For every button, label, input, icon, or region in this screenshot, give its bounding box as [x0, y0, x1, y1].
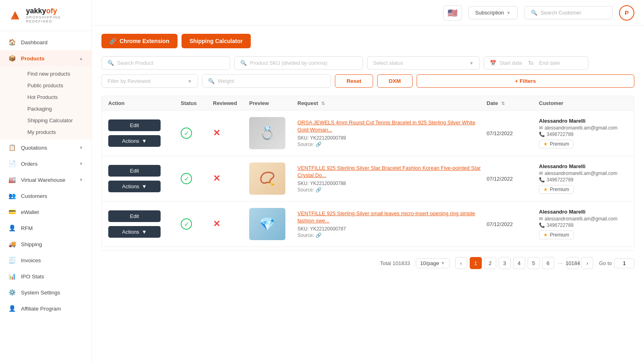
products-submenu: Find new products Public products Hot Pr…	[0, 66, 91, 140]
sidebar-item-affiliate[interactable]: 👤 Affiliate Program	[0, 300, 91, 317]
page-1-button[interactable]: 1	[470, 257, 482, 269]
page-2-button[interactable]: 2	[484, 257, 496, 269]
sidebar-item-public-products[interactable]: Public products	[21, 80, 91, 91]
reviewed-cell: ✕	[213, 128, 249, 138]
subscription-button[interactable]: Subscription ▼	[469, 6, 518, 19]
actions-button[interactable]: Actions ▼	[108, 135, 161, 147]
products-icon: 📦	[8, 54, 16, 62]
sidebar-item-label: eWallet	[21, 209, 39, 215]
weight-search-box[interactable]: 🔍	[202, 74, 331, 88]
sidebar-item-label: Virtual Warehouse	[21, 177, 65, 183]
affiliate-icon: 👤	[8, 304, 16, 313]
page-size-select[interactable]: 10/page ▼	[416, 258, 450, 268]
email-icon: ✉	[539, 171, 543, 176]
customer-email: ✉ alessandromarelli.am@gmail.com	[539, 216, 627, 222]
product-preview: 💎	[249, 208, 285, 240]
reviewed-cell: ✕	[213, 219, 249, 229]
filters-button[interactable]: + Filters	[417, 74, 634, 88]
sidebar-item-dashboard[interactable]: 🏠 Dashboard	[0, 34, 91, 50]
sku-input[interactable]	[250, 60, 357, 66]
logo-tagline: DROPSHIPPING REDEFINED	[26, 15, 83, 23]
search-product-box[interactable]: 🔍	[101, 56, 230, 70]
status-check-icon: ✓	[181, 173, 192, 184]
reviewed-filter[interactable]: Filter by Reviewed ▼	[101, 74, 198, 88]
col-request: Request ⇅	[297, 100, 487, 106]
filter-row-2: Filter by Reviewed ▼ 🔍 Reset DXM + Filte…	[101, 74, 634, 88]
sku-search-box[interactable]: 🔍	[234, 56, 363, 70]
sidebar-item-customers[interactable]: 👥 Customers	[0, 188, 91, 204]
product-title-link[interactable]: VENTFILLE 925 Sterling Silver small leav…	[297, 210, 487, 224]
edit-button[interactable]: Edit	[108, 119, 161, 131]
product-title-link[interactable]: VENTFILLE 925 Sterling Silver Star Brace…	[297, 165, 487, 179]
date-range-picker[interactable]: 📅 Start date To End date	[484, 56, 588, 70]
search-customer-input[interactable]: 🔍 Search Customer	[524, 6, 613, 19]
sidebar-item-my-products[interactable]: My products	[21, 126, 91, 138]
sidebar-item-system-settings[interactable]: ⚙️ System Settings	[0, 284, 91, 300]
weight-input[interactable]	[218, 78, 325, 84]
star-icon: ★	[543, 187, 548, 192]
avatar-button[interactable]: P	[619, 5, 634, 21]
last-page-button[interactable]: 10184	[567, 257, 579, 269]
sidebar-item-products[interactable]: 📦 Products ▲	[0, 50, 91, 66]
sidebar-item-shipping[interactable]: 🚚 Shipping	[0, 236, 91, 252]
rfm-icon: 👤	[8, 224, 16, 232]
premium-badge: ★ Premium	[539, 185, 574, 194]
status-cell: ✓	[181, 173, 213, 184]
col-date: Date ⇅	[487, 100, 539, 106]
prev-page-button[interactable]: ‹	[455, 257, 467, 269]
sidebar-item-ewallet[interactable]: 💳 eWallet	[0, 204, 91, 220]
flag-button[interactable]: 🇺🇸	[443, 5, 462, 21]
reset-button[interactable]: Reset	[335, 74, 373, 88]
filter-row-1: 🔍 🔍 Select status ▼ 📅 Start date To End …	[101, 56, 634, 70]
page-6-button[interactable]: 6	[542, 257, 554, 269]
search-product-input[interactable]	[117, 60, 224, 66]
link-icon[interactable]: 🔗	[316, 142, 322, 147]
sidebar-item-hot-products[interactable]: Hot Products	[21, 91, 91, 103]
goto-input[interactable]	[614, 258, 634, 268]
page-3-button[interactable]: 3	[499, 257, 511, 269]
table-row: Edit Actions ▼ ✓ ✕ 💍 ORSA JEWELS 4mm Rou…	[101, 111, 634, 156]
end-date-label: End date	[539, 60, 560, 66]
product-title-link[interactable]: ORSA JEWELS 4mm Round Cut Tennis Bracele…	[297, 119, 487, 134]
main-content: 🇺🇸 Subscription ▼ 🔍 Search Customer P 🔗 …	[92, 0, 644, 362]
sidebar-item-rfm[interactable]: 👤 RFM	[0, 220, 91, 236]
edit-button[interactable]: Edit	[108, 210, 161, 222]
product-sku: SKU: YK22120000788	[297, 181, 487, 186]
status-select[interactable]: Select status ▼	[367, 56, 480, 70]
sidebar-item-virtual-warehouse[interactable]: 🏭 Virtual Warehouse ▼	[0, 172, 91, 188]
dxm-button[interactable]: DXM	[377, 74, 413, 88]
phone-icon: 📞	[539, 222, 545, 228]
sidebar-item-ipo-stats[interactable]: 📊 IPO Stats	[0, 268, 91, 284]
chevron-down-icon: ▼	[506, 10, 511, 15]
link-icon[interactable]: 🔗	[316, 187, 322, 193]
link-icon[interactable]: 🔗	[316, 232, 322, 238]
preview-emoji: 💍	[259, 125, 275, 141]
page-4-button[interactable]: 4	[513, 257, 525, 269]
sidebar-item-find-new-products[interactable]: Find new products	[21, 68, 91, 80]
page-5-button[interactable]: 5	[528, 257, 540, 269]
actions-button[interactable]: Actions ▼	[108, 226, 161, 238]
sidebar-item-orders[interactable]: 📄 Orders ▼	[0, 156, 91, 172]
chrome-extension-button[interactable]: 🔗 Chrome Extension	[101, 34, 178, 48]
product-preview: 💍	[249, 117, 285, 149]
preview-emoji: 📿	[259, 171, 275, 186]
customer-name: Alessandro Marelli	[539, 209, 627, 215]
goto-label: Go to	[599, 260, 612, 266]
product-source: Source: 🔗	[297, 142, 487, 147]
shipping-icon: 🚚	[8, 240, 16, 248]
edit-button[interactable]: Edit	[108, 165, 161, 177]
product-sku: SKU: YK22120000787	[297, 226, 487, 232]
shipping-calculator-button[interactable]: Shipping Calculator	[182, 34, 251, 48]
logo-area: yakkyofy DROPSHIPPING REDEFINED	[0, 0, 91, 31]
sidebar-item-shipping-calculator[interactable]: Shipping Calculator	[21, 115, 91, 126]
search-icon: 🔍	[208, 78, 215, 84]
subscription-label: Subscription	[475, 10, 504, 16]
flag-icon: 🇺🇸	[448, 8, 458, 18]
sidebar-item-invoices[interactable]: 🧾 Invoices	[0, 252, 91, 268]
next-page-button[interactable]: ›	[581, 257, 593, 269]
customers-icon: 👥	[8, 192, 16, 200]
sidebar-item-quotations[interactable]: 📋 Quotations ▼	[0, 140, 91, 156]
logo-name: yakkyofy	[26, 7, 83, 14]
sidebar-item-packaging[interactable]: Packaging	[21, 103, 91, 115]
actions-button[interactable]: Actions ▼	[108, 181, 161, 192]
